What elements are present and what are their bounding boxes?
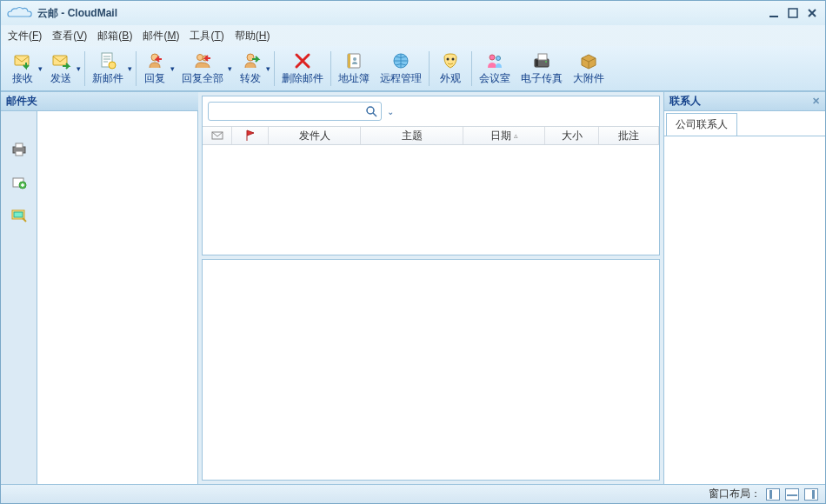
- search-dropdown-icon[interactable]: ⌄: [387, 107, 394, 116]
- mail-list-panel: ⌄ 发件人 主题 日期 大小 批注: [202, 96, 660, 255]
- address-book-label: 地址簿: [338, 71, 370, 86]
- svg-point-15: [452, 58, 455, 61]
- col-subject[interactable]: 主题: [361, 127, 463, 144]
- svg-rect-23: [16, 143, 23, 148]
- separator: [471, 51, 472, 86]
- people-icon: [484, 50, 505, 71]
- remote-manage-label: 远程管理: [380, 71, 422, 86]
- menu-help[interactable]: 帮助(H): [235, 29, 270, 43]
- svg-point-14: [447, 58, 450, 61]
- svg-point-29: [367, 107, 374, 114]
- contacts-tab-company[interactable]: 公司联系人: [666, 113, 737, 136]
- maximize-button[interactable]: [785, 6, 801, 20]
- layout-button-2[interactable]: [785, 488, 799, 501]
- contacts-header: 联系人 ✕: [664, 92, 825, 111]
- forward-label: 转发: [240, 71, 261, 86]
- separator: [274, 51, 275, 86]
- sidebar-icons: [1, 111, 37, 484]
- svg-rect-20: [536, 60, 538, 66]
- contacts-panel: 联系人 ✕ 公司联系人: [663, 92, 825, 484]
- layout-button-3[interactable]: [804, 488, 818, 501]
- separator: [429, 51, 430, 86]
- fax-icon: [531, 50, 552, 71]
- search-row: ⌄: [203, 96, 659, 126]
- envelope-down-icon: [12, 50, 33, 71]
- svg-rect-19: [538, 54, 547, 60]
- center-panel: ⌄ 发件人 主题 日期 大小 批注: [198, 92, 663, 484]
- appearance-button[interactable]: 外观: [431, 49, 470, 88]
- mail-list-body[interactable]: [203, 145, 659, 255]
- folder-panel: [37, 111, 198, 484]
- receive-button[interactable]: 接收: [6, 49, 44, 88]
- big-attach-button[interactable]: 大附件: [568, 49, 610, 88]
- app-logo-icon: [6, 4, 34, 22]
- statusbar: 窗口布局：: [1, 484, 825, 503]
- address-book-button[interactable]: 地址簿: [333, 49, 375, 88]
- svg-point-21: [545, 61, 547, 63]
- svg-point-16: [490, 55, 495, 60]
- reply-all-button[interactable]: 回复全部: [177, 49, 234, 88]
- col-date[interactable]: 日期: [463, 127, 545, 144]
- layout-button-1[interactable]: [766, 488, 780, 501]
- search-input[interactable]: [209, 105, 362, 117]
- titlebar: 云邮 - CloudMail: [1, 1, 825, 25]
- separator: [84, 51, 85, 86]
- search-icon[interactable]: [362, 105, 381, 117]
- svg-point-5: [109, 62, 116, 69]
- big-attach-label: 大附件: [573, 71, 604, 86]
- print-icon[interactable]: [9, 139, 30, 160]
- send-button[interactable]: 发送: [44, 49, 83, 88]
- col-sender[interactable]: 发件人: [269, 127, 361, 144]
- svg-rect-0: [769, 16, 778, 17]
- new-mail-button[interactable]: 新邮件: [87, 49, 134, 88]
- search-box: [208, 102, 382, 121]
- meeting-button[interactable]: 会议室: [474, 49, 516, 88]
- contacts-close-icon[interactable]: ✕: [812, 96, 820, 107]
- folder-tree[interactable]: [37, 111, 197, 484]
- svg-point-12: [353, 57, 356, 61]
- window-title: 云邮 - CloudMail: [37, 6, 117, 21]
- svg-rect-3: [53, 56, 67, 65]
- forward-button[interactable]: 转发: [234, 49, 272, 88]
- delete-button[interactable]: 删除邮件: [276, 49, 329, 88]
- menu-file[interactable]: 文件(F): [8, 29, 42, 43]
- reply-icon: [144, 50, 165, 71]
- fax-button[interactable]: 电子传真: [516, 49, 568, 88]
- close-button[interactable]: [804, 6, 820, 20]
- add-folder-icon[interactable]: [9, 172, 30, 193]
- book-icon: [343, 50, 364, 71]
- menu-mail[interactable]: 邮件(M): [143, 29, 179, 43]
- mask-icon: [440, 50, 461, 71]
- menu-view[interactable]: 查看(V): [52, 29, 87, 43]
- globe-icon: [390, 50, 411, 71]
- document-icon: [97, 50, 118, 71]
- column-headers: 发件人 主题 日期 大小 批注: [203, 126, 659, 145]
- preview-panel: [202, 259, 660, 481]
- menubar: 文件(F) 查看(V) 邮箱(B) 邮件(M) 工具(T) 帮助(H): [1, 25, 825, 46]
- remote-manage-button[interactable]: 远程管理: [375, 49, 427, 88]
- col-size[interactable]: 大小: [545, 127, 599, 144]
- main-panels: 邮件夹: [1, 91, 825, 484]
- reply-all-icon: [192, 50, 213, 71]
- settings-icon[interactable]: [9, 205, 30, 226]
- contacts-body[interactable]: [664, 136, 825, 484]
- col-note[interactable]: 批注: [599, 127, 659, 144]
- svg-point-17: [496, 56, 501, 61]
- toolbar: 接收 发送 新邮件 回复 回复全部 转发 删除邮件: [1, 46, 825, 91]
- col-envelope-icon[interactable]: [203, 127, 232, 144]
- menu-mailbox[interactable]: 邮箱(B): [97, 29, 132, 43]
- reply-button[interactable]: 回复: [138, 49, 177, 88]
- envelope-right-icon: [50, 50, 71, 71]
- menu-tools[interactable]: 工具(T): [190, 29, 223, 43]
- contacts-tabs: 公司联系人: [664, 111, 825, 136]
- col-flag-icon[interactable]: [232, 127, 269, 144]
- minimize-button[interactable]: [766, 6, 782, 20]
- new-mail-label: 新邮件: [92, 71, 123, 86]
- contacts-title: 联系人: [669, 94, 701, 109]
- separator: [330, 51, 331, 86]
- reply-label: 回复: [144, 71, 165, 86]
- send-label: 发送: [50, 71, 71, 86]
- svg-rect-1: [789, 9, 797, 17]
- svg-point-7: [197, 55, 203, 61]
- folder-panel-title: 邮件夹: [6, 94, 37, 109]
